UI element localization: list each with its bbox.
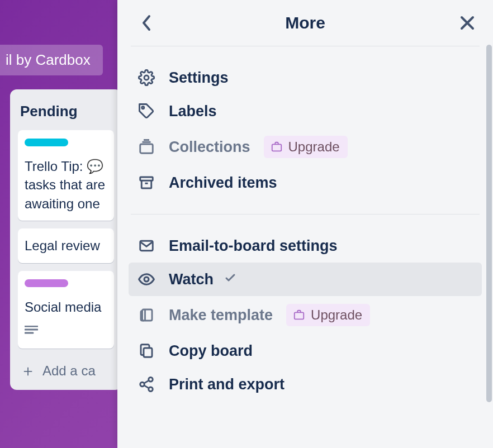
menu-item-print-export[interactable]: Print and export [129, 368, 482, 401]
scrollbar-thumb[interactable] [486, 45, 492, 402]
list-title[interactable]: Pending [10, 97, 122, 130]
upgrade-badge[interactable]: Upgrade [286, 304, 370, 326]
svg-point-10 [149, 378, 153, 382]
list-card[interactable]: Legal review [18, 228, 114, 263]
menu-section: Email-to-board settings Watch Make templ… [129, 215, 482, 416]
panel-header: More [117, 0, 493, 46]
menu-item-copy-board[interactable]: Copy board [129, 334, 482, 368]
card-text: Trello Tip: 💬 tasks that are awaiting on… [25, 157, 107, 213]
close-icon [460, 16, 475, 30]
svg-point-6 [144, 277, 149, 282]
menu-item-settings[interactable]: Settings [129, 61, 482, 94]
chevron-left-icon [141, 15, 151, 31]
card-text: Social media [25, 298, 107, 317]
svg-rect-2 [140, 144, 153, 153]
copy-icon [138, 342, 155, 360]
gear-icon [138, 69, 155, 87]
svg-rect-8 [295, 312, 304, 319]
eye-icon [138, 270, 155, 288]
menu-item-make-template[interactable]: Make template Upgrade [129, 296, 482, 334]
back-button[interactable] [134, 11, 159, 35]
collections-icon [138, 138, 155, 156]
check-icon [224, 271, 237, 288]
list-column: Pending Trello Tip: 💬 tasks that are awa… [10, 89, 122, 390]
card-label-purple[interactable] [25, 279, 68, 287]
menu-item-watch[interactable]: Watch [129, 263, 482, 296]
tag-icon [138, 102, 155, 120]
menu-item-archived[interactable]: Archived items [129, 166, 482, 199]
powerup-label: il by Cardbox [6, 51, 91, 68]
menu-label: Archived items [169, 174, 277, 192]
menu-label: Copy board [169, 342, 253, 360]
menu-item-collections[interactable]: Collections Upgrade [129, 128, 482, 166]
menu-section: Settings Labels Collections Upgrade [129, 46, 482, 214]
svg-rect-7 [143, 309, 153, 321]
panel-title: More [285, 13, 325, 32]
svg-point-11 [140, 382, 145, 387]
upgrade-label: Upgrade [311, 307, 362, 323]
svg-rect-9 [144, 348, 152, 357]
card-label-teal[interactable] [25, 139, 68, 146]
upgrade-badge[interactable]: Upgrade [264, 136, 348, 158]
svg-rect-3 [272, 144, 281, 151]
svg-point-12 [149, 387, 153, 392]
svg-rect-4 [140, 177, 153, 180]
svg-point-0 [144, 75, 149, 80]
svg-point-1 [142, 107, 144, 109]
list-card[interactable]: Social media [18, 271, 114, 349]
close-button[interactable] [455, 11, 480, 35]
mail-icon [138, 237, 155, 255]
menu-label: Settings [169, 69, 229, 87]
archive-icon [138, 174, 155, 192]
plus-icon: ＋ [20, 363, 36, 379]
menu-label: Print and export [169, 376, 285, 393]
card-text: Legal review [25, 236, 107, 255]
menu-label: Email-to-board settings [169, 237, 338, 255]
briefcase-icon [293, 309, 305, 321]
template-icon [138, 306, 155, 324]
upgrade-label: Upgrade [288, 139, 340, 155]
menu-label: Watch [169, 271, 214, 288]
description-icon [25, 322, 107, 341]
briefcase-icon [271, 141, 283, 153]
list-card[interactable]: Trello Tip: 💬 tasks that are awaiting on… [18, 130, 114, 221]
share-icon [138, 375, 155, 393]
add-card-button[interactable]: ＋ Add a ca [10, 356, 122, 379]
menu-item-labels[interactable]: Labels [129, 94, 482, 128]
menu-label: Labels [169, 103, 217, 120]
menu-label: Collections [169, 139, 250, 156]
more-menu-panel: More Settings Labels [117, 0, 493, 448]
menu-label: Make template [169, 307, 273, 324]
menu-item-email-to-board[interactable]: Email-to-board settings [129, 229, 482, 263]
add-card-label: Add a ca [42, 363, 96, 379]
powerup-button[interactable]: il by Cardbox [0, 45, 103, 75]
